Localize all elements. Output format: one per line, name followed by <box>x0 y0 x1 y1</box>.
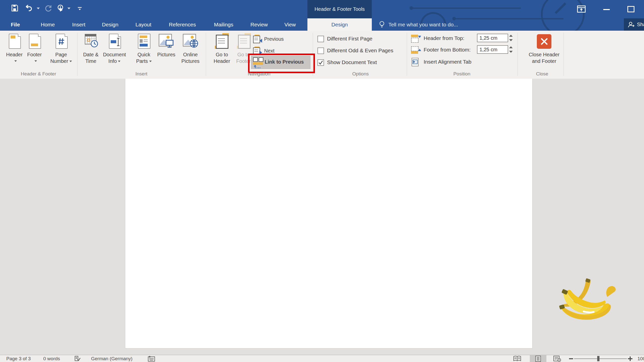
group-label-position: Position <box>453 71 470 77</box>
page-indicator[interactable]: Page 3 of 3 <box>6 355 31 362</box>
checkbox-different-odd-even-label[interactable]: Different Odd & Even Pages <box>327 48 393 54</box>
caracek-bananas-logo <box>553 277 619 325</box>
quick-parts-label-2[interactable]: Parts <box>136 58 152 64</box>
footer-from-bottom-spin-up-icon[interactable] <box>509 46 513 48</box>
checkbox-different-first-page[interactable] <box>317 36 324 42</box>
document-info-label-1[interactable]: Document <box>103 51 126 58</box>
checkbox-show-document-text-label[interactable]: Show Document Text <box>327 59 377 65</box>
tab-design[interactable]: Design <box>102 18 118 31</box>
footer-from-bottom-icon <box>411 46 421 54</box>
go-to-header-icon[interactable] <box>215 33 229 49</box>
tell-me-box[interactable]: Tell me what you want to do... <box>379 18 458 31</box>
next-button-label[interactable]: Next <box>264 48 274 54</box>
group-label-options: Options <box>352 71 369 77</box>
undo-icon[interactable] <box>24 4 33 13</box>
pictures-icon[interactable] <box>158 33 174 50</box>
share-person-icon <box>627 21 634 28</box>
proofing-icon[interactable] <box>74 356 81 362</box>
share-button[interactable]: Share <box>624 18 644 31</box>
tab-review[interactable]: Review <box>251 18 268 31</box>
page-number-icon[interactable] <box>56 34 68 49</box>
status-bar: Page 3 of 3 0 words German (Germany) 100… <box>0 355 644 362</box>
zoom-level[interactable]: 100% <box>637 355 644 362</box>
footer-from-bottom-input[interactable] <box>477 45 508 54</box>
language-indicator[interactable]: German (Germany) <box>91 355 133 362</box>
footer-dropdown-icon[interactable] <box>34 60 37 62</box>
insert-alignment-tab-icon[interactable] <box>412 58 419 66</box>
tab-design-contextual-selected[interactable]: Design <box>307 18 372 31</box>
tab-references[interactable]: References <box>169 18 196 31</box>
keyboard-layout-icon[interactable] <box>148 356 155 362</box>
document-page[interactable] <box>125 79 533 348</box>
title-bar: Header & Footer Tools File Home Insert D… <box>0 0 644 31</box>
group-label-navigation: Navigation <box>248 71 270 77</box>
save-icon[interactable] <box>11 4 19 13</box>
page-number-dropdown-icon <box>69 61 72 62</box>
footer-icon[interactable] <box>29 34 41 49</box>
share-label: Share <box>637 22 644 27</box>
header-button-label[interactable]: Header <box>6 51 23 58</box>
insert-alignment-tab-label[interactable]: Insert Alignment Tab <box>424 59 471 65</box>
previous-button-label[interactable]: Previous <box>264 36 284 42</box>
minimize-icon[interactable] <box>603 9 610 10</box>
touch-mode-dropdown-icon[interactable] <box>67 8 70 9</box>
tab-mailings[interactable]: Mailings <box>214 18 233 31</box>
header-icon[interactable] <box>9 34 21 49</box>
pictures-label[interactable]: Pictures <box>157 51 175 58</box>
group-separator <box>564 33 564 76</box>
group-label-insert: Insert <box>135 71 147 77</box>
quick-parts-label-1[interactable]: Quick <box>137 51 150 58</box>
previous-icon[interactable] <box>253 35 262 43</box>
footer-from-bottom-spin-down-icon[interactable] <box>509 51 513 53</box>
close-header-footer-label-1[interactable]: Close Header <box>529 51 559 58</box>
maximize-icon[interactable] <box>627 6 634 12</box>
quick-parts-icon[interactable] <box>138 34 150 49</box>
checkbox-different-first-page-label[interactable]: Different First Page <box>327 36 373 42</box>
ribbon-display-options-icon[interactable] <box>577 6 586 14</box>
close-header-footer-label-2[interactable]: and Footer <box>532 58 556 64</box>
go-to-header-label-1[interactable]: Go to <box>216 51 228 58</box>
page-number-label-2[interactable]: Number <box>50 58 72 64</box>
date-time-label-2[interactable]: Time <box>85 58 96 64</box>
online-pictures-icon[interactable] <box>183 33 199 50</box>
close-header-footer-icon[interactable] <box>537 34 551 49</box>
date-time-icon[interactable] <box>84 33 98 48</box>
tab-insert[interactable]: Insert <box>72 18 86 31</box>
header-from-top-input[interactable] <box>477 34 508 42</box>
header-from-top-spin-down-icon[interactable] <box>509 39 513 41</box>
zoom-slider-thumb[interactable] <box>597 356 599 361</box>
checkbox-different-odd-even[interactable] <box>317 48 324 54</box>
tab-layout[interactable]: Layout <box>135 18 151 31</box>
read-mode-icon[interactable] <box>513 356 522 362</box>
word-count[interactable]: 0 words <box>43 355 60 362</box>
online-pictures-label-2[interactable]: Pictures <box>181 58 199 64</box>
zoom-out-icon[interactable] <box>569 358 573 359</box>
web-layout-icon[interactable] <box>553 356 561 362</box>
zoom-slider-track[interactable] <box>574 358 627 359</box>
tab-home[interactable]: Home <box>41 18 55 31</box>
document-info-dropdown-icon <box>118 61 120 62</box>
go-to-header-label-2[interactable]: Header <box>214 58 230 64</box>
document-info-icon[interactable] <box>109 34 121 49</box>
header-dropdown-icon[interactable] <box>14 60 17 62</box>
date-time-label-1[interactable]: Date & <box>83 51 98 58</box>
tab-design-contextual-label: Design <box>331 22 348 28</box>
undo-dropdown-icon[interactable] <box>37 8 40 9</box>
go-to-footer-icon <box>237 33 251 49</box>
page-number-label-1[interactable]: Page <box>55 51 67 58</box>
customize-qat-icon[interactable] <box>76 5 85 14</box>
checkbox-show-document-text[interactable] <box>317 59 324 66</box>
print-layout-icon[interactable] <box>535 356 541 362</box>
footer-button-label[interactable]: Footer <box>27 51 42 58</box>
header-from-top-icon <box>411 35 421 42</box>
document-info-label-2[interactable]: Info <box>108 58 120 64</box>
group-label-header-footer: Header & Footer <box>21 71 56 77</box>
group-separator <box>77 33 77 76</box>
online-pictures-label-1[interactable]: Online <box>183 51 198 58</box>
header-from-top-spin-up-icon[interactable] <box>509 35 513 37</box>
touch-mode-icon[interactable] <box>56 4 65 13</box>
tab-view[interactable]: View <box>284 18 296 31</box>
circuit-decoration-line <box>413 8 521 9</box>
tab-file[interactable]: File <box>11 18 20 31</box>
document-area: Footer -Section 2- Same as Previous CARA… <box>0 79 644 355</box>
